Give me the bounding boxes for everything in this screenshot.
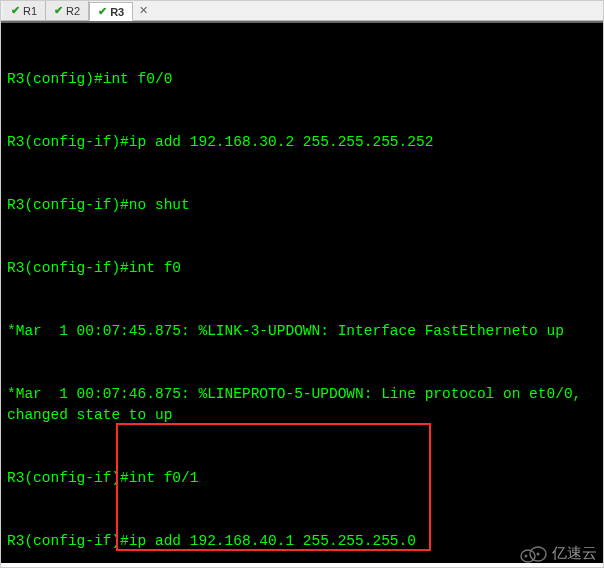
- terminal-line: R3(config-if)#ip add 192.168.40.1 255.25…: [7, 531, 597, 552]
- watermark: 亿速云: [518, 544, 597, 563]
- terminal-line: R3(config-if)#no shut: [7, 195, 597, 216]
- terminal-line: R3(config-if)#ip add 192.168.30.2 255.25…: [7, 132, 597, 153]
- tab-r2[interactable]: ✔ R2: [46, 1, 89, 20]
- check-icon: ✔: [54, 4, 63, 17]
- terminal-line: R3(config)#int f0/0: [7, 69, 597, 90]
- close-tab-icon[interactable]: ✕: [135, 4, 152, 17]
- svg-point-3: [537, 552, 540, 555]
- terminal-output[interactable]: R3(config)#int f0/0 R3(config-if)#ip add…: [1, 21, 603, 563]
- tab-label: R1: [23, 5, 37, 17]
- cloud-icon: [518, 545, 548, 563]
- tab-label: R2: [66, 5, 80, 17]
- watermark-text: 亿速云: [552, 544, 597, 563]
- tab-label: R3: [110, 6, 124, 18]
- svg-point-2: [525, 554, 528, 557]
- terminal-line: R3(config-if)#int f0: [7, 258, 597, 279]
- check-icon: ✔: [11, 4, 20, 17]
- tab-bar: ✔ R1 ✔ R2 ✔ R3 ✕: [1, 1, 603, 21]
- tab-r3[interactable]: ✔ R3: [89, 2, 133, 21]
- tab-r1[interactable]: ✔ R1: [3, 1, 46, 20]
- check-icon: ✔: [98, 5, 107, 18]
- terminal-line: *Mar 1 00:07:45.875: %LINK-3-UPDOWN: Int…: [7, 321, 597, 342]
- terminal-line: *Mar 1 00:07:46.875: %LINEPROTO-5-UPDOWN…: [7, 384, 597, 426]
- terminal-line: R3(config-if)#int f0/1: [7, 468, 597, 489]
